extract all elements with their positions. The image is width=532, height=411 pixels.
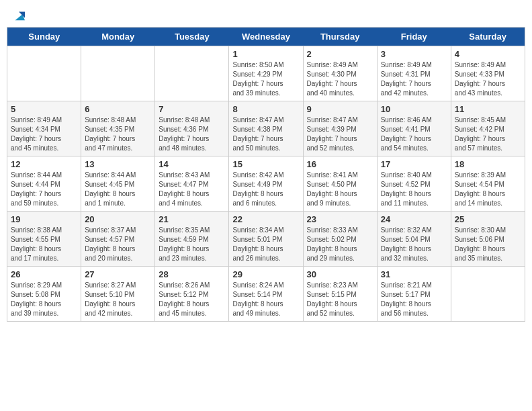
calendar-cell — [451, 267, 525, 322]
calendar-cell: 17Sunrise: 8:40 AM Sunset: 4:52 PM Dayli… — [377, 156, 451, 212]
day-number: 24 — [381, 214, 447, 224]
day-number: 5 — [11, 104, 77, 114]
calendar-table: SundayMondayTuesdayWednesdayThursdayFrid… — [7, 27, 525, 322]
day-info: Sunrise: 8:49 AM Sunset: 4:34 PM Dayligh… — [11, 116, 77, 153]
day-number: 8 — [232, 104, 299, 114]
calendar-cell: 11Sunrise: 8:45 AM Sunset: 4:42 PM Dayli… — [451, 101, 525, 156]
day-info: Sunrise: 8:47 AM Sunset: 4:38 PM Dayligh… — [232, 116, 299, 153]
calendar-cell: 6Sunrise: 8:48 AM Sunset: 4:35 PM Daylig… — [81, 101, 155, 156]
day-info: Sunrise: 8:49 AM Sunset: 4:33 PM Dayligh… — [455, 60, 521, 98]
calendar-cell: 16Sunrise: 8:41 AM Sunset: 4:50 PM Dayli… — [303, 156, 377, 212]
calendar-cell: 19Sunrise: 8:38 AM Sunset: 4:55 PM Dayli… — [7, 212, 81, 267]
day-number: 22 — [232, 214, 299, 224]
calendar-cell: 20Sunrise: 8:37 AM Sunset: 4:57 PM Dayli… — [81, 212, 155, 267]
calendar-week-row: 26Sunrise: 8:29 AM Sunset: 5:08 PM Dayli… — [7, 267, 525, 322]
day-number: 2 — [307, 49, 373, 59]
day-number: 17 — [381, 159, 447, 169]
day-info: Sunrise: 8:37 AM Sunset: 4:57 PM Dayligh… — [85, 226, 151, 263]
calendar-cell: 29Sunrise: 8:24 AM Sunset: 5:14 PM Dayli… — [229, 267, 303, 322]
day-number: 13 — [85, 159, 151, 169]
day-number: 25 — [455, 214, 521, 224]
calendar-cell: 30Sunrise: 8:23 AM Sunset: 5:15 PM Dayli… — [303, 267, 377, 322]
logo-icon — [13, 9, 25, 21]
day-number: 3 — [381, 49, 447, 59]
day-info: Sunrise: 8:24 AM Sunset: 5:14 PM Dayligh… — [232, 281, 299, 318]
calendar-cell: 4Sunrise: 8:49 AM Sunset: 4:33 PM Daylig… — [451, 46, 525, 101]
day-info: Sunrise: 8:30 AM Sunset: 5:06 PM Dayligh… — [455, 226, 521, 263]
calendar-week-row: 5Sunrise: 8:49 AM Sunset: 4:34 PM Daylig… — [7, 101, 525, 156]
day-of-week-header: Sunday — [7, 28, 81, 46]
day-info: Sunrise: 8:38 AM Sunset: 4:55 PM Dayligh… — [11, 226, 77, 263]
calendar-cell: 15Sunrise: 8:42 AM Sunset: 4:49 PM Dayli… — [229, 156, 303, 212]
day-info: Sunrise: 8:48 AM Sunset: 4:35 PM Dayligh… — [85, 116, 151, 153]
day-number: 9 — [307, 104, 373, 114]
day-number: 20 — [85, 214, 151, 224]
calendar-cell: 25Sunrise: 8:30 AM Sunset: 5:06 PM Dayli… — [451, 212, 525, 267]
day-info: Sunrise: 8:35 AM Sunset: 4:59 PM Dayligh… — [159, 226, 225, 263]
day-number: 26 — [11, 269, 77, 279]
day-of-week-header: Tuesday — [155, 28, 229, 46]
day-number: 28 — [159, 269, 225, 279]
day-number: 11 — [455, 104, 521, 114]
day-of-week-header: Thursday — [303, 28, 377, 46]
day-number: 18 — [455, 159, 521, 169]
day-info: Sunrise: 8:27 AM Sunset: 5:10 PM Dayligh… — [85, 281, 151, 318]
day-number: 29 — [232, 269, 299, 279]
logo — [12, 9, 25, 19]
day-number: 7 — [159, 104, 225, 114]
day-info: Sunrise: 8:42 AM Sunset: 4:49 PM Dayligh… — [232, 171, 299, 208]
calendar-cell: 5Sunrise: 8:49 AM Sunset: 4:34 PM Daylig… — [7, 101, 81, 156]
day-info: Sunrise: 8:21 AM Sunset: 5:17 PM Dayligh… — [381, 281, 447, 318]
day-info: Sunrise: 8:50 AM Sunset: 4:29 PM Dayligh… — [232, 60, 299, 98]
page-header — [7, 7, 525, 21]
calendar-cell: 13Sunrise: 8:44 AM Sunset: 4:45 PM Dayli… — [81, 156, 155, 212]
calendar-cell: 1Sunrise: 8:50 AM Sunset: 4:29 PM Daylig… — [229, 46, 303, 101]
calendar-week-row: 1Sunrise: 8:50 AM Sunset: 4:29 PM Daylig… — [7, 46, 525, 101]
day-info: Sunrise: 8:49 AM Sunset: 4:30 PM Dayligh… — [307, 60, 373, 98]
calendar-cell: 14Sunrise: 8:43 AM Sunset: 4:47 PM Dayli… — [155, 156, 229, 212]
day-info: Sunrise: 8:49 AM Sunset: 4:31 PM Dayligh… — [381, 60, 447, 98]
calendar-cell: 26Sunrise: 8:29 AM Sunset: 5:08 PM Dayli… — [7, 267, 81, 322]
calendar-cell: 9Sunrise: 8:47 AM Sunset: 4:39 PM Daylig… — [303, 101, 377, 156]
calendar-cell: 22Sunrise: 8:34 AM Sunset: 5:01 PM Dayli… — [229, 212, 303, 267]
day-number: 10 — [381, 104, 447, 114]
day-info: Sunrise: 8:33 AM Sunset: 5:02 PM Dayligh… — [307, 226, 373, 263]
day-number: 21 — [159, 214, 225, 224]
day-info: Sunrise: 8:39 AM Sunset: 4:54 PM Dayligh… — [455, 171, 521, 208]
calendar-week-row: 19Sunrise: 8:38 AM Sunset: 4:55 PM Dayli… — [7, 212, 525, 267]
day-of-week-header: Saturday — [451, 28, 525, 46]
day-info: Sunrise: 8:43 AM Sunset: 4:47 PM Dayligh… — [159, 171, 225, 208]
day-info: Sunrise: 8:29 AM Sunset: 5:08 PM Dayligh… — [11, 281, 77, 318]
day-number: 31 — [381, 269, 447, 279]
day-number: 1 — [232, 49, 299, 59]
calendar-cell: 28Sunrise: 8:26 AM Sunset: 5:12 PM Dayli… — [155, 267, 229, 322]
calendar-cell: 24Sunrise: 8:32 AM Sunset: 5:04 PM Dayli… — [377, 212, 451, 267]
calendar-cell: 12Sunrise: 8:44 AM Sunset: 4:44 PM Dayli… — [7, 156, 81, 212]
calendar-cell — [155, 46, 229, 101]
day-number: 30 — [307, 269, 373, 279]
day-info: Sunrise: 8:40 AM Sunset: 4:52 PM Dayligh… — [381, 171, 447, 208]
calendar-cell: 8Sunrise: 8:47 AM Sunset: 4:38 PM Daylig… — [229, 101, 303, 156]
day-info: Sunrise: 8:26 AM Sunset: 5:12 PM Dayligh… — [159, 281, 225, 318]
day-info: Sunrise: 8:44 AM Sunset: 4:44 PM Dayligh… — [11, 171, 77, 208]
day-number: 15 — [232, 159, 299, 169]
calendar-cell: 21Sunrise: 8:35 AM Sunset: 4:59 PM Dayli… — [155, 212, 229, 267]
day-info: Sunrise: 8:23 AM Sunset: 5:15 PM Dayligh… — [307, 281, 373, 318]
day-info: Sunrise: 8:44 AM Sunset: 4:45 PM Dayligh… — [85, 171, 151, 208]
calendar-header-row: SundayMondayTuesdayWednesdayThursdayFrid… — [7, 28, 525, 46]
calendar-week-row: 12Sunrise: 8:44 AM Sunset: 4:44 PM Dayli… — [7, 156, 525, 212]
calendar-cell: 18Sunrise: 8:39 AM Sunset: 4:54 PM Dayli… — [451, 156, 525, 212]
calendar-cell — [81, 46, 155, 101]
calendar-cell: 3Sunrise: 8:49 AM Sunset: 4:31 PM Daylig… — [377, 46, 451, 101]
calendar-cell: 2Sunrise: 8:49 AM Sunset: 4:30 PM Daylig… — [303, 46, 377, 101]
day-info: Sunrise: 8:41 AM Sunset: 4:50 PM Dayligh… — [307, 171, 373, 208]
day-number: 6 — [85, 104, 151, 114]
day-info: Sunrise: 8:47 AM Sunset: 4:39 PM Dayligh… — [307, 116, 373, 153]
day-of-week-header: Friday — [377, 28, 451, 46]
calendar-cell — [7, 46, 81, 101]
day-of-week-header: Wednesday — [229, 28, 303, 46]
calendar-cell: 7Sunrise: 8:48 AM Sunset: 4:36 PM Daylig… — [155, 101, 229, 156]
day-info: Sunrise: 8:32 AM Sunset: 5:04 PM Dayligh… — [381, 226, 447, 263]
day-number: 16 — [307, 159, 373, 169]
day-info: Sunrise: 8:45 AM Sunset: 4:42 PM Dayligh… — [455, 116, 521, 153]
